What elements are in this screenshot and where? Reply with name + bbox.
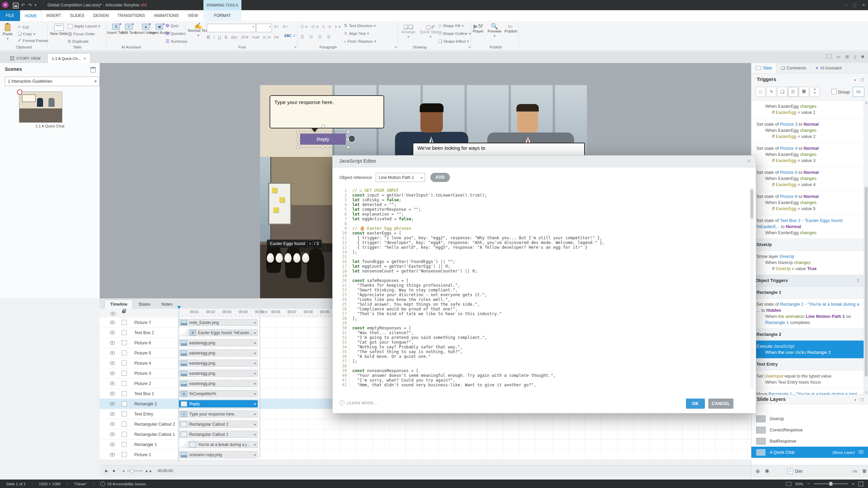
highlight-button[interactable]: a⃫▾ xyxy=(263,35,271,40)
trigger-scrollbar[interactable]: ▲ ▼ xyxy=(864,100,868,394)
preview-button[interactable]: 🔍Preview▾ xyxy=(488,24,501,38)
reply-button-shape[interactable]: Reply xyxy=(300,134,346,145)
lock-checkbox[interactable] xyxy=(122,320,127,325)
lock-checkbox[interactable] xyxy=(122,401,127,406)
lock-checkbox[interactable] xyxy=(122,350,127,355)
slide-thumbnail[interactable] xyxy=(19,92,62,123)
timeline-bar[interactable]: scenario copy.png▸ xyxy=(179,451,258,458)
font-family-combo[interactable] xyxy=(207,24,256,32)
eye-toggle[interactable] xyxy=(110,452,115,458)
menu-tab-transitions[interactable]: TRANSITIONS xyxy=(113,10,150,21)
bold-button[interactable]: B xyxy=(207,35,210,40)
paragraph-dialog-launcher-icon[interactable]: ⇲ xyxy=(394,45,397,49)
trigger-item[interactable]: Set state of Picture 6 to NormalWhen Eas… xyxy=(751,191,864,215)
font-size-combo[interactable] xyxy=(256,24,272,32)
zoom-out-icon[interactable]: − xyxy=(807,481,810,486)
paste-trigger-icon[interactable]: ⎘ xyxy=(788,87,798,97)
close-window-icon[interactable]: ✕ xyxy=(862,3,865,7)
eye-toggle[interactable] xyxy=(110,350,115,356)
trigger-item[interactable]: Set state of Picture 3 to NormalWhen Eas… xyxy=(751,119,864,143)
trigger-item[interactable]: Set state of Rectangle 1 - "You're at a … xyxy=(751,299,864,329)
publish-button[interactable]: ▻Publish xyxy=(505,24,517,33)
text-direction-button[interactable]: ⇅Text Direction▾ xyxy=(344,23,376,28)
trigger-group-header[interactable]: Rectangle 2 xyxy=(751,329,864,341)
eye-toggle[interactable] xyxy=(110,411,115,417)
object-reference-select[interactable]: Line Motion Path 1 xyxy=(376,173,425,182)
paste-button[interactable]: Paste▾ xyxy=(3,24,13,41)
grid-view-icon[interactable]: ⊞ xyxy=(845,54,849,59)
timeline-bar[interactable]: A%Competitor%▸ xyxy=(179,390,258,397)
tab-comments[interactable]: ❑Comments xyxy=(777,63,811,73)
manage-variables-button[interactable]: (x) xyxy=(853,87,864,97)
maximize-icon[interactable]: ▢ xyxy=(853,3,856,7)
trigger-group-header[interactable]: Object Triggers⇳ xyxy=(751,275,864,287)
menu-tab-design[interactable]: DESIGN xyxy=(89,10,113,21)
trigger-group-header[interactable]: Rectangle 1 xyxy=(751,287,864,299)
grow-font-button[interactable]: A˄ xyxy=(274,24,279,28)
accessibility-status[interactable]: i18 Accessibility Issues xyxy=(100,481,146,486)
motion-path-endpoint-icon[interactable] xyxy=(349,136,355,142)
phone-view-icon[interactable]: ▯ xyxy=(854,54,856,59)
response-bubble[interactable]: Type your response here. xyxy=(270,95,384,128)
cut-button[interactable]: ✂Cut xyxy=(18,24,29,29)
close-tab-icon[interactable]: ✕ xyxy=(83,56,86,61)
summary-button[interactable]: ☰Summary xyxy=(165,39,188,44)
timeline-bar[interactable]: easteregg.png▸ xyxy=(179,370,258,377)
list-buttons[interactable]: ☷▾ ☷▾ ≡ ≡ ≡▾ xyxy=(300,24,342,29)
add-reference-button[interactable]: ADD xyxy=(430,173,450,182)
lock-column-icon[interactable] xyxy=(122,310,125,313)
rotate-handle-icon[interactable] xyxy=(321,124,325,128)
shape-effect-button[interactable]: ❑Shape Effect▾ xyxy=(438,39,469,44)
code-scrollbar[interactable] xyxy=(750,188,754,389)
timeline-bar[interactable]: note_Easter.png▸ xyxy=(179,319,258,326)
trigger-item[interactable]: Execute JavaScriptWhen the user clicks R… xyxy=(751,341,864,359)
menu-tab-slides[interactable]: SLIDES xyxy=(65,10,89,21)
copy-button[interactable]: ❏Copy▾ xyxy=(18,31,35,36)
underline-button[interactable]: U xyxy=(218,35,221,40)
tab-notes[interactable]: Notes xyxy=(156,300,178,309)
eye-toggle[interactable] xyxy=(110,391,115,397)
slide-layer-item[interactable]: GiveUp xyxy=(751,413,868,424)
lock-checkbox[interactable] xyxy=(122,391,127,396)
cancel-button[interactable]: CANCEL xyxy=(708,399,733,409)
eye-toggle[interactable] xyxy=(110,360,115,366)
slide-tab[interactable]: 1.1 A Quick Ch...✕ xyxy=(47,53,91,63)
eye-toggle[interactable] xyxy=(110,330,115,336)
duplicate-button[interactable]: ⧉Duplicate xyxy=(68,39,88,44)
copy-trigger-icon[interactable]: ❏ xyxy=(777,87,787,97)
settings-gear-icon[interactable]: ✱ xyxy=(861,54,865,59)
story-view-tab[interactable]: STORY VIEW xyxy=(6,53,45,63)
format-painter-button[interactable]: ✐Format Painter xyxy=(18,38,48,43)
desktop-view-icon[interactable] xyxy=(826,54,832,58)
eye-toggle[interactable] xyxy=(110,401,115,407)
zoom-slider[interactable] xyxy=(814,483,848,484)
lock-checkbox[interactable] xyxy=(122,452,127,457)
lock-checkbox[interactable] xyxy=(122,371,127,376)
delete-trigger-icon[interactable] xyxy=(799,87,809,97)
minimize-icon[interactable]: – xyxy=(845,3,847,7)
lock-checkbox[interactable] xyxy=(122,361,127,366)
tablet-view-icon[interactable]: ▭ xyxy=(836,54,841,59)
eye-toggle[interactable] xyxy=(110,442,115,448)
tab-ai-assistant[interactable]: ✦AI Assistant xyxy=(811,63,846,73)
quick-access-caret-icon[interactable]: ▾ xyxy=(35,2,36,8)
quiz-button[interactable]: ❂Quiz xyxy=(165,23,179,28)
playhead[interactable] xyxy=(179,309,179,461)
tab-states[interactable]: States xyxy=(133,300,156,309)
close-dialog-icon[interactable]: ✕ xyxy=(747,158,751,164)
trigger-item[interactable]: Move Rectangle 1 - "You're at a break du… xyxy=(751,388,864,394)
trigger-group-header[interactable]: GiveUp xyxy=(751,239,864,251)
arrange-button[interactable]: ❏❏Arrange▾ xyxy=(401,25,415,39)
drawing-dialog-launcher-icon[interactable]: ⇲ xyxy=(468,45,471,49)
eye-toggle[interactable] xyxy=(110,320,115,326)
timeline-bar[interactable]: Reply▸ xyxy=(179,400,258,407)
format-tab[interactable]: FORMAT xyxy=(203,10,241,21)
window-controls[interactable]: –▢✕ xyxy=(845,0,865,10)
align-text-button[interactable]: ⇕Align Text▾ xyxy=(344,31,369,36)
font-color-button[interactable]: A▾ xyxy=(274,35,279,40)
timeline-bar[interactable]: easteregg.png▸ xyxy=(179,339,258,346)
trigger-item[interactable]: Set state of Picture 4 to NormalWhen Eas… xyxy=(751,143,864,167)
focus-order-button[interactable]: ▤Focus Order xyxy=(68,31,95,36)
fit-to-window-icon[interactable] xyxy=(859,482,863,486)
code-editor[interactable]: 1// ☑ GET USER INPUT2const input = getVa… xyxy=(337,188,748,389)
